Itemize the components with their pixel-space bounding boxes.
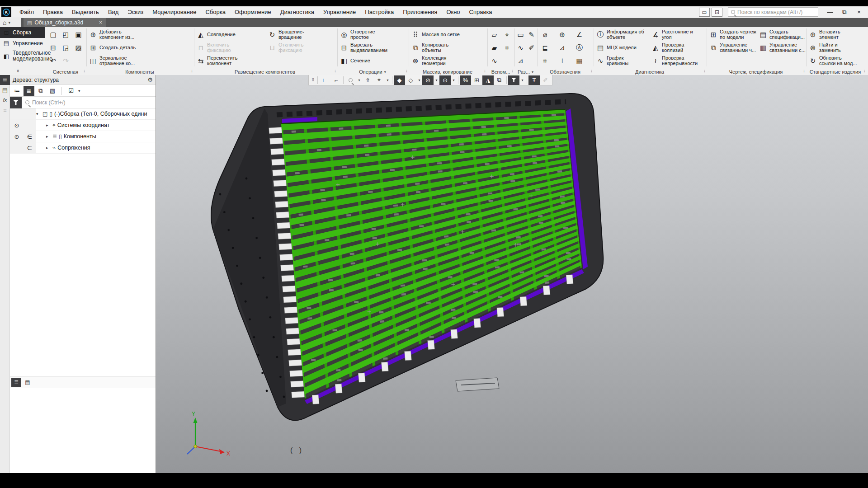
cut-extrude-button[interactable]: ⊟Вырезатьвыдавливанием xyxy=(338,42,387,54)
grid-array-button[interactable]: ⠿Массив по сетке xyxy=(410,28,460,41)
tree-row-coordinate-systems[interactable]: ⊙ ▸ ⌖ Системы координат xyxy=(10,120,156,131)
aux-plane2-icon[interactable]: ▰ xyxy=(488,42,500,54)
redo-icon[interactable]: ↷ xyxy=(60,55,72,67)
group-handle-icon[interactable]: ⋮ xyxy=(405,69,408,74)
structure-view-button[interactable]: Ŧ xyxy=(528,75,540,85)
home-dropdown-icon[interactable]: ▾ xyxy=(8,20,10,25)
group-handle-icon[interactable]: ⋮ xyxy=(510,69,514,74)
tree-sheets-icon[interactable]: ⧉ xyxy=(35,86,46,96)
raz-pencil2-icon[interactable]: ✐ xyxy=(525,42,538,54)
curvature-graph-button[interactable]: ∿Графиккривизны xyxy=(594,55,628,67)
aux-point-icon[interactable]: ⌖ xyxy=(501,28,513,41)
open-document-icon[interactable]: ◰ xyxy=(60,28,72,41)
menu-file[interactable]: Файл xyxy=(15,6,38,18)
grid-display-button[interactable]: ⊞ xyxy=(471,75,482,85)
tree-numbered-icon[interactable]: ≔ xyxy=(12,86,23,96)
tree-search-input[interactable] xyxy=(29,99,156,106)
shaded-view-button[interactable]: ◆ xyxy=(394,75,405,85)
display-dropdown-icon[interactable]: ▾ xyxy=(416,75,422,85)
local-frame-button[interactable]: ⌐ xyxy=(330,75,342,85)
new-document-icon[interactable]: ▢ xyxy=(47,28,59,41)
home-icon[interactable]: ⌂ xyxy=(3,19,6,26)
tree-row-components[interactable]: ⊙ ∈ ▸ ≣ ▯ Компоненты xyxy=(10,131,156,142)
tree-row-root[interactable]: ▾ ◰ ▯ (-)Сборка (Тел-0, Сборочных едини xyxy=(10,108,156,120)
group-handle-icon[interactable]: ⋮ xyxy=(333,69,337,74)
tree-panel-icon[interactable]: ≣ xyxy=(0,75,10,85)
sym-label-icon[interactable]: ⊑ xyxy=(539,42,551,54)
raz-angle-icon[interactable]: ⊿ xyxy=(514,55,527,67)
menu-select[interactable]: Выделить xyxy=(67,6,104,18)
menu-window[interactable]: Окно xyxy=(442,6,464,18)
manage-linked-drawings-button[interactable]: ⧉Управлениесвязанными ч... xyxy=(708,42,756,54)
restore-button[interactable]: ⧉ xyxy=(838,7,851,17)
disable-fixation-button[interactable]: ⊔Отключитьфиксацию xyxy=(266,42,304,54)
zoom-tool-button[interactable] xyxy=(345,75,356,85)
aux-plane-icon[interactable]: ▱ xyxy=(488,28,500,41)
orientation-button[interactable]: ⇧ xyxy=(362,75,373,85)
menu-sketch[interactable]: Эскиз xyxy=(123,6,148,18)
insert-element-button[interactable]: ⊕Вставитьэлемент xyxy=(807,28,840,41)
undo-icon[interactable]: ↶ xyxy=(47,55,59,67)
simple-hole-button[interactable]: ◎Отверстиепростое xyxy=(338,28,375,41)
panel-tab-structure[interactable]: ≣ xyxy=(11,378,21,387)
menu-help[interactable]: Справка xyxy=(465,6,497,18)
geometry-collection-button[interactable]: ⊛Коллекциягеометрии xyxy=(410,55,446,67)
menu-diagnostics[interactable]: Диагностика xyxy=(276,6,319,18)
minimize-button[interactable]: — xyxy=(824,7,836,17)
mass-properties-button[interactable]: ▤МЦХ модели xyxy=(594,42,637,54)
sym-table-icon[interactable]: ▦ xyxy=(573,55,585,67)
eyedropper-button[interactable]: ✐ xyxy=(540,75,551,85)
expander-closed-icon[interactable]: ▸ xyxy=(46,134,51,139)
screen-mode-icon[interactable]: ⊡ xyxy=(712,8,722,17)
viewport-3d[interactable]: YX ⠿ ∟ ⌐ ▾ ⇧ ⌖ ▾ ◆ ◇ ▾ ⊘ ▾ ⊙ ▾ % ⊞ ◮ ⧉ xyxy=(156,75,868,473)
menu-edit[interactable]: Правка xyxy=(38,6,67,18)
checklist-dropdown-icon[interactable]: ▾ xyxy=(78,89,80,93)
ribbon-tab-assembly[interactable]: ⊡ Сборка xyxy=(0,27,45,38)
tab-document[interactable]: ▤ Общая_сборка.a3d × xyxy=(24,18,106,27)
filter-button[interactable] xyxy=(10,97,22,108)
sym-perp-icon[interactable]: ⊥ xyxy=(556,55,568,67)
tab-close-icon[interactable]: × xyxy=(99,19,102,26)
menu-view[interactable]: Вид xyxy=(104,6,123,18)
hide-objects-button[interactable]: ⊘ xyxy=(422,75,434,85)
raz-pencil-icon[interactable]: ✎ xyxy=(525,28,538,41)
object-info-button[interactable]: ⓘИнформация обобъекте xyxy=(594,28,644,41)
ribbon-tab-solid-modeling[interactable]: ◧ Твердотельноемоделирование xyxy=(0,48,45,64)
enable-fixation-button[interactable]: ⊓Включитьфиксацию xyxy=(195,42,231,54)
sym-datum-icon[interactable]: ⊿ xyxy=(556,42,568,54)
eye-cell[interactable]: ⊙ xyxy=(10,120,24,131)
distance-angle-button[interactable]: ∡Расстояние иугол xyxy=(650,28,693,41)
raz-wave-icon[interactable]: ∿ xyxy=(514,42,527,54)
display-mode-button[interactable]: ◇ xyxy=(405,75,416,85)
fragments-button[interactable]: ◮ xyxy=(482,75,494,85)
aux-spline-icon[interactable]: ∿ xyxy=(488,55,500,67)
operations-dropdown-icon[interactable]: ▾ xyxy=(384,70,386,74)
menu-assembly[interactable]: Сборка xyxy=(201,6,230,18)
sym-diameter-icon[interactable]: ⌀ xyxy=(539,28,551,41)
sym-frame-icon[interactable]: Ⓐ xyxy=(573,42,585,54)
group-handle-icon[interactable]: ⋮ xyxy=(190,69,193,74)
close-button[interactable]: × xyxy=(853,7,865,17)
zoom-dropdown-icon[interactable]: ▾ xyxy=(356,75,362,85)
update-links-button[interactable]: ↻Обновитьссылки на мод... xyxy=(807,55,857,67)
menu-layout[interactable]: Оформление xyxy=(230,6,276,18)
group-handle-icon[interactable]: ⋮ xyxy=(863,69,866,74)
expander-open-icon[interactable]: ▾ xyxy=(36,112,41,116)
command-search[interactable] xyxy=(728,7,818,17)
assembly-3d-model[interactable]: YX xyxy=(156,75,868,473)
copy-objects-button[interactable]: ⧉Копироватьобъекты xyxy=(410,42,448,54)
group-handle-icon[interactable]: ⋮ xyxy=(590,69,593,74)
menu-modeling[interactable]: Моделирование xyxy=(148,6,201,18)
panel-menu-icon[interactable]: ≡ xyxy=(0,105,10,115)
find-replace-button[interactable]: ⊛Найти изаменить xyxy=(807,42,841,54)
ribbon-collapse-icon[interactable]: ∨ xyxy=(16,68,19,73)
tree-selection-icon[interactable]: ▧ xyxy=(47,86,58,96)
mirror-components-button[interactable]: ◫Зеркальноеотражение ко... xyxy=(87,55,135,67)
menu-applications[interactable]: Приложения xyxy=(398,6,442,18)
sym-leader-icon[interactable]: ∠ xyxy=(573,28,585,41)
ribbon-tab-management[interactable]: ▤ Управление xyxy=(0,38,45,48)
coincide-button[interactable]: ◭Совпадение xyxy=(195,28,236,41)
sym-target-icon[interactable]: ⊕ xyxy=(556,28,568,41)
group-handle-icon[interactable]: ⋮ xyxy=(82,69,86,74)
create-part-button[interactable]: ⊞Создать деталь xyxy=(87,42,136,54)
